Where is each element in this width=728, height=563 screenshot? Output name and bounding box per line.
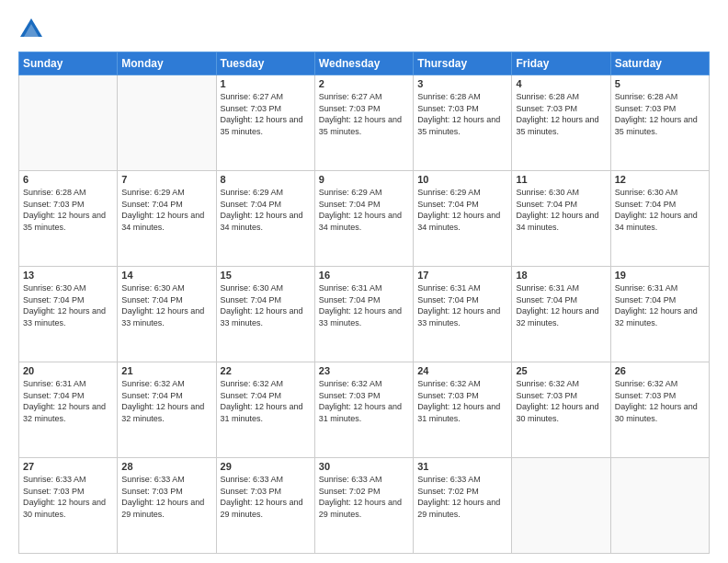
calendar-cell: 10Sunrise: 6:29 AMSunset: 7:04 PMDayligh… bbox=[414, 171, 512, 267]
logo-icon bbox=[18, 17, 44, 42]
day-number: 9 bbox=[319, 174, 409, 185]
calendar-cell bbox=[118, 75, 216, 171]
day-info: Sunrise: 6:32 AMSunset: 7:03 PMDaylight:… bbox=[319, 378, 409, 424]
calendar-day-header: Sunday bbox=[19, 52, 118, 75]
calendar-cell bbox=[610, 458, 709, 554]
day-number: 20 bbox=[23, 365, 113, 376]
day-info: Sunrise: 6:31 AMSunset: 7:04 PMDaylight:… bbox=[23, 378, 113, 424]
calendar-cell: 9Sunrise: 6:29 AMSunset: 7:04 PMDaylight… bbox=[314, 171, 413, 267]
calendar-cell: 31Sunrise: 6:33 AMSunset: 7:02 PMDayligh… bbox=[414, 458, 512, 554]
calendar-cell: 22Sunrise: 6:32 AMSunset: 7:04 PMDayligh… bbox=[216, 362, 314, 458]
day-number: 17 bbox=[417, 270, 507, 281]
day-number: 13 bbox=[23, 270, 113, 281]
day-info: Sunrise: 6:32 AMSunset: 7:03 PMDaylight:… bbox=[615, 378, 705, 424]
calendar-day-header: Friday bbox=[512, 52, 610, 75]
day-info: Sunrise: 6:33 AMSunset: 7:03 PMDaylight:… bbox=[221, 474, 311, 520]
calendar-cell: 17Sunrise: 6:31 AMSunset: 7:04 PMDayligh… bbox=[414, 267, 512, 362]
day-number: 24 bbox=[417, 365, 507, 376]
day-info: Sunrise: 6:29 AMSunset: 7:04 PMDaylight:… bbox=[121, 187, 211, 233]
day-number: 19 bbox=[615, 270, 705, 281]
calendar-cell: 15Sunrise: 6:30 AMSunset: 7:04 PMDayligh… bbox=[216, 267, 314, 362]
calendar-day-header: Tuesday bbox=[216, 52, 314, 75]
calendar-cell: 13Sunrise: 6:30 AMSunset: 7:04 PMDayligh… bbox=[19, 267, 118, 362]
day-number: 1 bbox=[221, 78, 311, 89]
day-number: 2 bbox=[319, 78, 409, 89]
day-info: Sunrise: 6:29 AMSunset: 7:04 PMDaylight:… bbox=[221, 187, 311, 233]
day-number: 11 bbox=[516, 174, 606, 185]
day-info: Sunrise: 6:32 AMSunset: 7:04 PMDaylight:… bbox=[121, 378, 211, 424]
day-info: Sunrise: 6:27 AMSunset: 7:03 PMDaylight:… bbox=[319, 91, 409, 137]
day-number: 7 bbox=[121, 174, 211, 185]
day-info: Sunrise: 6:30 AMSunset: 7:04 PMDaylight:… bbox=[615, 187, 705, 233]
calendar-cell: 24Sunrise: 6:32 AMSunset: 7:03 PMDayligh… bbox=[414, 362, 512, 458]
day-number: 29 bbox=[221, 461, 311, 472]
day-info: Sunrise: 6:29 AMSunset: 7:04 PMDaylight:… bbox=[417, 187, 507, 233]
calendar-cell: 18Sunrise: 6:31 AMSunset: 7:04 PMDayligh… bbox=[512, 267, 610, 362]
day-number: 30 bbox=[319, 461, 409, 472]
day-info: Sunrise: 6:28 AMSunset: 7:03 PMDaylight:… bbox=[417, 91, 507, 137]
calendar-cell: 16Sunrise: 6:31 AMSunset: 7:04 PMDayligh… bbox=[314, 267, 413, 362]
day-info: Sunrise: 6:30 AMSunset: 7:04 PMDaylight:… bbox=[516, 187, 606, 233]
day-info: Sunrise: 6:28 AMSunset: 7:03 PMDaylight:… bbox=[23, 187, 113, 233]
day-number: 31 bbox=[417, 461, 507, 472]
calendar-day-header: Monday bbox=[118, 52, 216, 75]
calendar-week-row: 27Sunrise: 6:33 AMSunset: 7:03 PMDayligh… bbox=[19, 458, 710, 554]
day-number: 5 bbox=[615, 78, 705, 89]
logo bbox=[18, 17, 48, 42]
day-number: 10 bbox=[417, 174, 507, 185]
calendar-cell: 5Sunrise: 6:28 AMSunset: 7:03 PMDaylight… bbox=[610, 75, 709, 171]
calendar-cell: 14Sunrise: 6:30 AMSunset: 7:04 PMDayligh… bbox=[118, 267, 216, 362]
day-info: Sunrise: 6:33 AMSunset: 7:03 PMDaylight:… bbox=[23, 474, 113, 520]
day-number: 15 bbox=[221, 270, 311, 281]
day-info: Sunrise: 6:30 AMSunset: 7:04 PMDaylight:… bbox=[121, 282, 211, 328]
calendar-cell bbox=[19, 75, 118, 171]
calendar-cell: 21Sunrise: 6:32 AMSunset: 7:04 PMDayligh… bbox=[118, 362, 216, 458]
calendar-cell: 30Sunrise: 6:33 AMSunset: 7:02 PMDayligh… bbox=[314, 458, 413, 554]
calendar-cell: 20Sunrise: 6:31 AMSunset: 7:04 PMDayligh… bbox=[19, 362, 118, 458]
calendar-cell: 1Sunrise: 6:27 AMSunset: 7:03 PMDaylight… bbox=[216, 75, 314, 171]
day-info: Sunrise: 6:31 AMSunset: 7:04 PMDaylight:… bbox=[615, 282, 705, 328]
day-number: 14 bbox=[121, 270, 211, 281]
day-info: Sunrise: 6:27 AMSunset: 7:03 PMDaylight:… bbox=[221, 91, 311, 137]
calendar-header-row: SundayMondayTuesdayWednesdayThursdayFrid… bbox=[19, 52, 710, 75]
calendar-week-row: 1Sunrise: 6:27 AMSunset: 7:03 PMDaylight… bbox=[19, 75, 710, 171]
calendar-cell: 29Sunrise: 6:33 AMSunset: 7:03 PMDayligh… bbox=[216, 458, 314, 554]
day-info: Sunrise: 6:31 AMSunset: 7:04 PMDaylight:… bbox=[516, 282, 606, 328]
calendar-cell: 3Sunrise: 6:28 AMSunset: 7:03 PMDaylight… bbox=[414, 75, 512, 171]
calendar-cell: 12Sunrise: 6:30 AMSunset: 7:04 PMDayligh… bbox=[610, 171, 709, 267]
calendar-cell: 6Sunrise: 6:28 AMSunset: 7:03 PMDaylight… bbox=[19, 171, 118, 267]
calendar-cell: 26Sunrise: 6:32 AMSunset: 7:03 PMDayligh… bbox=[610, 362, 709, 458]
day-info: Sunrise: 6:28 AMSunset: 7:03 PMDaylight:… bbox=[615, 91, 705, 137]
day-number: 26 bbox=[615, 365, 705, 376]
day-number: 28 bbox=[121, 461, 211, 472]
day-number: 8 bbox=[221, 174, 311, 185]
day-info: Sunrise: 6:31 AMSunset: 7:04 PMDaylight:… bbox=[319, 282, 409, 328]
day-number: 22 bbox=[221, 365, 311, 376]
day-info: Sunrise: 6:32 AMSunset: 7:03 PMDaylight:… bbox=[417, 378, 507, 424]
calendar-cell: 28Sunrise: 6:33 AMSunset: 7:03 PMDayligh… bbox=[118, 458, 216, 554]
day-info: Sunrise: 6:32 AMSunset: 7:03 PMDaylight:… bbox=[516, 378, 606, 424]
calendar-table: SundayMondayTuesdayWednesdayThursdayFrid… bbox=[18, 52, 710, 554]
calendar-day-header: Wednesday bbox=[314, 52, 413, 75]
calendar-cell: 11Sunrise: 6:30 AMSunset: 7:04 PMDayligh… bbox=[512, 171, 610, 267]
day-info: Sunrise: 6:33 AMSunset: 7:02 PMDaylight:… bbox=[417, 474, 507, 520]
day-info: Sunrise: 6:31 AMSunset: 7:04 PMDaylight:… bbox=[417, 282, 507, 328]
calendar-cell: 19Sunrise: 6:31 AMSunset: 7:04 PMDayligh… bbox=[610, 267, 709, 362]
calendar-cell: 4Sunrise: 6:28 AMSunset: 7:03 PMDaylight… bbox=[512, 75, 610, 171]
calendar-day-header: Saturday bbox=[610, 52, 709, 75]
day-number: 25 bbox=[516, 365, 606, 376]
day-info: Sunrise: 6:32 AMSunset: 7:04 PMDaylight:… bbox=[221, 378, 311, 424]
calendar-cell: 8Sunrise: 6:29 AMSunset: 7:04 PMDaylight… bbox=[216, 171, 314, 267]
calendar-week-row: 6Sunrise: 6:28 AMSunset: 7:03 PMDaylight… bbox=[19, 171, 710, 267]
day-number: 21 bbox=[121, 365, 211, 376]
header bbox=[18, 17, 710, 42]
calendar-cell: 23Sunrise: 6:32 AMSunset: 7:03 PMDayligh… bbox=[314, 362, 413, 458]
calendar-week-row: 13Sunrise: 6:30 AMSunset: 7:04 PMDayligh… bbox=[19, 267, 710, 362]
day-number: 4 bbox=[516, 78, 606, 89]
day-number: 16 bbox=[319, 270, 409, 281]
day-number: 27 bbox=[23, 461, 113, 472]
day-info: Sunrise: 6:30 AMSunset: 7:04 PMDaylight:… bbox=[221, 282, 311, 328]
day-info: Sunrise: 6:33 AMSunset: 7:02 PMDaylight:… bbox=[319, 474, 409, 520]
day-number: 6 bbox=[23, 174, 113, 185]
day-info: Sunrise: 6:30 AMSunset: 7:04 PMDaylight:… bbox=[23, 282, 113, 328]
